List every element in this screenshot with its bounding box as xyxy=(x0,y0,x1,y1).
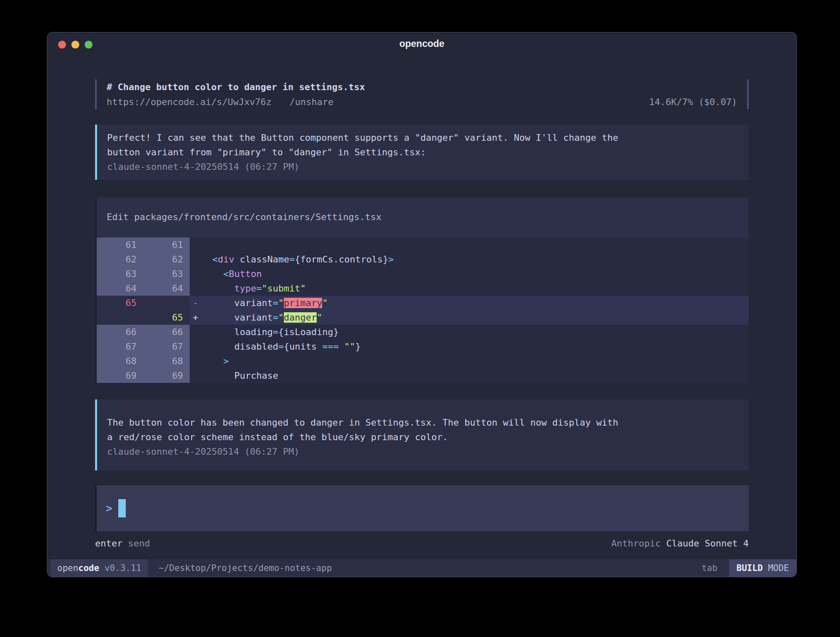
hint-row: enter send Anthropic Claude Sonnet 4 xyxy=(95,538,749,549)
diff-marker xyxy=(190,339,201,354)
send-hint: enter send xyxy=(95,538,150,549)
diff-marker: - xyxy=(190,296,201,310)
diff-row: 6767 disabled={units === ""} xyxy=(97,339,749,354)
assistant-message-1: Perfect! I can see that the Button compo… xyxy=(95,125,749,180)
new-line-number: 61 xyxy=(143,238,190,252)
enter-key-hint: enter xyxy=(95,538,122,549)
old-line-number: 69 xyxy=(97,368,143,383)
diff-marker xyxy=(190,252,201,267)
diff-row: 6161 xyxy=(97,238,749,252)
working-directory: ~/Desktop/Projects/demo-notes-app xyxy=(159,559,701,577)
new-line-number: 64 xyxy=(143,281,190,296)
old-line-number: 64 xyxy=(97,281,143,296)
diff-marker xyxy=(190,325,201,339)
new-line-number: 69 xyxy=(143,368,190,383)
old-line-number: 63 xyxy=(97,267,143,281)
assistant-message-2: The button color has been changed to dan… xyxy=(95,399,749,470)
code-line: Purchase xyxy=(201,368,749,383)
status-bar: opencode v0.3.11 ~/Desktop/Projects/demo… xyxy=(47,559,796,577)
model-indicator: Anthropic Claude Sonnet 4 xyxy=(611,538,749,549)
opencode-window: opencode # Change button color to danger… xyxy=(47,32,797,577)
new-line-number: 66 xyxy=(143,325,190,339)
token-usage: 14.6K/7% ($0.07) xyxy=(649,95,737,110)
share-url-link[interactable]: https://opencode.ai/s/UwJxv76z xyxy=(107,97,271,107)
old-line-number: 67 xyxy=(97,339,143,354)
message-line: button variant from "primary" to "danger… xyxy=(107,145,739,159)
old-line-number: 68 xyxy=(97,354,143,368)
old-line-number: 61 xyxy=(97,238,143,252)
session-title: # Change button color to danger in setti… xyxy=(107,80,737,95)
app-name-open: open xyxy=(57,563,78,573)
tab-key-hint[interactable]: tab xyxy=(702,559,718,577)
code-line: variant="primary" xyxy=(201,296,749,310)
message-line: a red/rose color scheme instead of the b… xyxy=(107,430,739,444)
mode-word-label: MODE xyxy=(763,563,789,573)
unshare-command[interactable]: /unshare xyxy=(290,97,334,107)
text-cursor xyxy=(118,499,126,517)
send-action-label: send xyxy=(128,538,150,549)
diff-table: 61616262 <div className={formCs.controls… xyxy=(97,238,749,383)
code-line: <div className={formCs.controls}> xyxy=(201,252,749,267)
window-title: opencode xyxy=(47,38,796,49)
diff-row: 6666 loading={isLoading} xyxy=(97,325,749,339)
model-name-label: Claude Sonnet 4 xyxy=(666,538,749,549)
code-line: variant="danger" xyxy=(201,310,749,325)
provider-label: Anthropic xyxy=(611,538,661,549)
new-line-number: 62 xyxy=(143,252,190,267)
new-line-number xyxy=(143,296,190,310)
build-mode-segment: BUILD MODE xyxy=(729,559,796,577)
model-timestamp: claude-sonnet-4-20250514 (06:27 PM) xyxy=(107,444,739,459)
code-line: disabled={units === ""} xyxy=(201,339,749,354)
diff-marker xyxy=(190,238,201,252)
session-meta-row: https://opencode.ai/s/UwJxv76z /unshare … xyxy=(107,95,737,110)
code-line xyxy=(201,238,749,252)
new-line-number: 63 xyxy=(143,267,190,281)
old-line-number: 62 xyxy=(97,252,143,267)
new-line-number: 67 xyxy=(143,339,190,354)
edit-file-path: Edit packages/frontend/src/containers/Se… xyxy=(97,210,749,224)
diff-marker: + xyxy=(190,310,201,325)
diff-row: 6969 Purchase xyxy=(97,368,749,383)
edit-tool-block: Edit packages/frontend/src/containers/Se… xyxy=(95,198,749,383)
app-version-segment: opencode v0.3.11 xyxy=(51,559,148,577)
diff-row: 65+ variant="danger" xyxy=(97,310,749,325)
new-line-number: 68 xyxy=(143,354,190,368)
code-line: type="submit" xyxy=(201,281,749,296)
diff-marker xyxy=(190,281,201,296)
old-line-number: 66 xyxy=(97,325,143,339)
session-header: # Change button color to danger in setti… xyxy=(95,79,749,109)
new-line-number: 65 xyxy=(143,310,190,325)
mode-build-label: BUILD xyxy=(737,563,763,573)
prompt-input[interactable]: > xyxy=(95,485,749,531)
app-name-code: code xyxy=(78,563,100,573)
prompt-symbol: > xyxy=(106,502,112,514)
diff-marker xyxy=(190,267,201,281)
diff-row: 65- variant="primary" xyxy=(97,296,749,310)
diff-row: 6363 <Button xyxy=(97,267,749,281)
old-line-number: 65 xyxy=(97,296,143,310)
code-line: loading={isLoading} xyxy=(201,325,749,339)
old-line-number xyxy=(97,310,143,325)
app-version: v0.3.11 xyxy=(99,563,141,573)
diff-row: 6262 <div className={formCs.controls}> xyxy=(97,252,749,267)
diff-row: 6868 > xyxy=(97,354,749,368)
code-line: <Button xyxy=(201,267,749,281)
title-bar: opencode xyxy=(47,32,796,56)
message-line: Perfect! I can see that the Button compo… xyxy=(107,130,739,145)
share-links: https://opencode.ai/s/UwJxv76z /unshare xyxy=(107,95,334,110)
main-content: # Change button color to danger in setti… xyxy=(47,79,796,549)
diff-marker xyxy=(190,368,201,383)
code-line: > xyxy=(201,354,749,368)
message-line: The button color has been changed to dan… xyxy=(107,415,739,430)
diff-row: 6464 type="submit" xyxy=(97,281,749,296)
diff-marker xyxy=(190,354,201,368)
model-timestamp: claude-sonnet-4-20250514 (06:27 PM) xyxy=(107,159,739,174)
